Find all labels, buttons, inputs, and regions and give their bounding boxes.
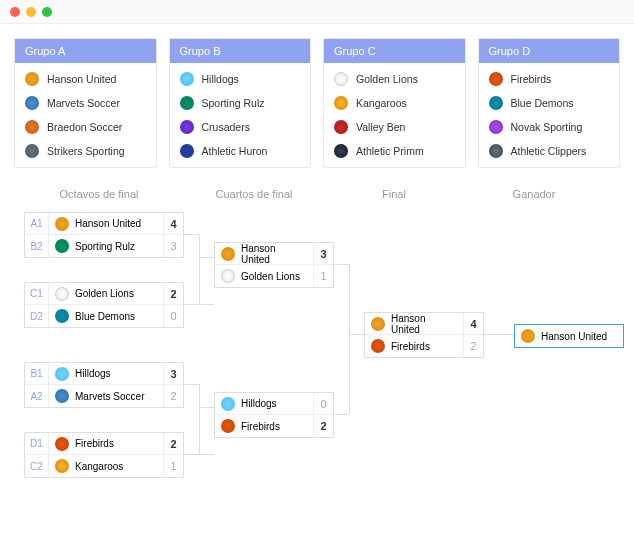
team-badge-icon xyxy=(489,72,503,86)
winner-box[interactable]: Hanson United xyxy=(514,324,624,348)
team-row[interactable]: Valley Ben xyxy=(324,115,465,139)
match-row: Hanson United4 xyxy=(365,313,483,335)
seed-label: A2 xyxy=(25,385,49,407)
team-name: Novak Sporting xyxy=(511,121,583,133)
round-label-octavos: Octavos de final xyxy=(14,188,184,200)
team-badge-icon xyxy=(55,287,69,301)
team-badge-icon xyxy=(221,397,235,411)
team-name: Golden Lions xyxy=(356,73,418,85)
group: Grupo DFirebirdsBlue DemonsNovak Sportin… xyxy=(478,38,621,168)
team-row[interactable]: Novak Sporting xyxy=(479,115,620,139)
team-row[interactable]: Sporting Rulz xyxy=(170,91,311,115)
match[interactable]: D1Firebirds2C2Kangaroos1 xyxy=(24,432,184,478)
team-name: Firebirds xyxy=(241,421,280,432)
team-name: Blue Demons xyxy=(511,97,574,109)
match[interactable]: Hanson United4Firebirds2 xyxy=(364,312,484,358)
score: 0 xyxy=(313,393,333,414)
minimize-icon[interactable] xyxy=(26,7,36,17)
team-badge-icon xyxy=(180,144,194,158)
match[interactable]: Hanson United3Golden Lions1 xyxy=(214,242,334,288)
score: 0 xyxy=(163,305,183,327)
match-team: Kangaroos xyxy=(49,459,163,473)
match-row: D1Firebirds2 xyxy=(25,433,183,455)
team-row[interactable]: Marvets Soccer xyxy=(15,91,156,115)
connector-line xyxy=(199,304,214,305)
team-row[interactable]: Athletic Clippers xyxy=(479,139,620,163)
team-badge-icon xyxy=(25,144,39,158)
connector-line xyxy=(349,264,350,334)
team-badge-icon xyxy=(334,72,348,86)
team-row[interactable]: Athletic Primm xyxy=(324,139,465,163)
team-name: Firebirds xyxy=(511,73,552,85)
team-badge-icon xyxy=(489,144,503,158)
team-name: Hanson United xyxy=(241,243,307,265)
team-name: Valley Ben xyxy=(356,121,405,133)
match-row: Hilldogs0 xyxy=(215,393,333,415)
match-row: A1Hanson United4 xyxy=(25,213,183,235)
match-team: Hilldogs xyxy=(49,367,163,381)
connector-line xyxy=(334,414,349,415)
close-icon[interactable] xyxy=(10,7,20,17)
team-row[interactable]: Braedon Soccer xyxy=(15,115,156,139)
match[interactable]: Hilldogs0Firebirds2 xyxy=(214,392,334,438)
team-badge-icon xyxy=(55,217,69,231)
seed-label: D2 xyxy=(25,305,49,327)
team-badge-icon xyxy=(55,309,69,323)
team-name: Hanson United xyxy=(541,331,607,342)
titlebar xyxy=(0,0,634,24)
team-badge-icon xyxy=(25,120,39,134)
match-row: Hanson United xyxy=(515,325,623,347)
round-label-cuartos: Cuartos de final xyxy=(184,188,324,200)
team-row[interactable]: Strikers Sporting xyxy=(15,139,156,163)
team-row[interactable]: Athletic Huron xyxy=(170,139,311,163)
connector-line xyxy=(199,257,200,304)
connector-line xyxy=(184,304,199,305)
match-team: Firebirds xyxy=(49,437,163,451)
score: 3 xyxy=(163,235,183,257)
team-name: Sporting Rulz xyxy=(75,241,135,252)
team-badge-icon xyxy=(55,239,69,253)
score: 1 xyxy=(163,455,183,477)
team-badge-icon xyxy=(489,120,503,134)
connector-line xyxy=(349,334,350,414)
match-row: A2Marvets Soccer2 xyxy=(25,385,183,407)
team-row[interactable]: Firebirds xyxy=(479,67,620,91)
score: 3 xyxy=(313,243,333,264)
match-team: Firebirds xyxy=(365,339,463,353)
team-name: Hanson United xyxy=(391,313,457,335)
team-row[interactable]: Kangaroos xyxy=(324,91,465,115)
seed-label: D1 xyxy=(25,433,49,454)
team-row[interactable]: Hilldogs xyxy=(170,67,311,91)
group: Grupo BHilldogsSporting RulzCrusadersAth… xyxy=(169,38,312,168)
connector-line xyxy=(184,384,199,385)
match-row: B2Sporting Rulz3 xyxy=(25,235,183,257)
match[interactable]: B1Hilldogs3A2Marvets Soccer2 xyxy=(24,362,184,408)
match-row: C1Golden Lions2 xyxy=(25,283,183,305)
score: 2 xyxy=(313,415,333,437)
team-badge-icon xyxy=(521,329,535,343)
match-team: Firebirds xyxy=(215,419,313,433)
team-name: Athletic Primm xyxy=(356,145,424,157)
maximize-icon[interactable] xyxy=(42,7,52,17)
match-row: C2Kangaroos1 xyxy=(25,455,183,477)
match-row: B1Hilldogs3 xyxy=(25,363,183,385)
match[interactable]: C1Golden Lions2D2Blue Demons0 xyxy=(24,282,184,328)
connector-line xyxy=(349,334,364,335)
team-name: Athletic Huron xyxy=(202,145,268,157)
team-name: Hanson United xyxy=(75,218,141,229)
team-row[interactable]: Crusaders xyxy=(170,115,311,139)
team-badge-icon xyxy=(334,120,348,134)
seed-label: B1 xyxy=(25,363,49,384)
connector-line xyxy=(334,264,349,265)
match[interactable]: A1Hanson United4B2Sporting Rulz3 xyxy=(24,212,184,258)
team-row[interactable]: Hanson United xyxy=(15,67,156,91)
team-badge-icon xyxy=(221,419,235,433)
score: 1 xyxy=(313,265,333,287)
team-row[interactable]: Golden Lions xyxy=(324,67,465,91)
team-name: Strikers Sporting xyxy=(47,145,125,157)
match-team: Hanson United xyxy=(515,329,623,343)
connector-line xyxy=(184,454,199,455)
team-badge-icon xyxy=(221,269,235,283)
team-row[interactable]: Blue Demons xyxy=(479,91,620,115)
match-team: Marvets Soccer xyxy=(49,389,163,403)
